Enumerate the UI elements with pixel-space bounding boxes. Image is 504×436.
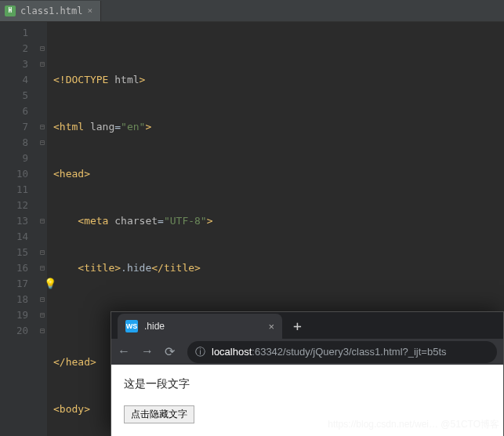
fold-marker: [38, 88, 47, 104]
lightbulb-icon[interactable]: 💡: [44, 276, 56, 292]
fold-marker: [38, 182, 47, 198]
line-number: 20: [0, 323, 28, 339]
info-icon[interactable]: ⓘ: [195, 345, 205, 359]
fold-marker: [38, 166, 47, 182]
line-number: 17: [0, 276, 28, 292]
address-bar[interactable]: ⓘ localhost:63342/study/jQuery3/class1.h…: [187, 341, 497, 363]
line-number: 1: [0, 25, 28, 41]
browser-tab-strip: WS .hide × +: [111, 312, 503, 339]
line-number: 18: [0, 292, 28, 307]
line-number: 3: [0, 56, 28, 72]
line-number: 2: [0, 41, 28, 56]
fold-marker[interactable]: ⊟: [38, 56, 47, 72]
line-number: 13: [0, 213, 28, 229]
line-number: 7: [0, 119, 28, 135]
fold-marker: [38, 72, 47, 88]
line-number-gutter: 1234567891011121314151617181920: [0, 22, 38, 436]
line-number: 6: [0, 104, 28, 119]
fold-marker[interactable]: ⊟: [38, 292, 47, 307]
fold-marker[interactable]: ⊟: [38, 41, 47, 56]
close-icon[interactable]: ×: [87, 5, 92, 16]
browser-tab[interactable]: WS .hide ×: [118, 314, 282, 339]
editor-tab-bar: H class1.html ×: [0, 0, 504, 22]
line-number: 5: [0, 88, 28, 104]
close-icon[interactable]: ×: [268, 321, 274, 332]
browser-toolbar: ← → ⟳ ⓘ localhost:63342/study/jQuery3/cl…: [111, 339, 503, 365]
page-paragraph: 这是一段文字: [124, 377, 491, 391]
fold-marker[interactable]: ⊟: [38, 119, 47, 135]
browser-window: WS .hide × + ← → ⟳ ⓘ localhost:63342/stu…: [111, 311, 504, 436]
fold-marker: [38, 198, 47, 213]
line-number: 15: [0, 245, 28, 260]
fold-marker[interactable]: ⊟: [38, 245, 47, 260]
line-number: 19: [0, 307, 28, 323]
file-tab[interactable]: H class1.html ×: [0, 1, 101, 21]
line-number: 9: [0, 151, 28, 166]
browser-viewport: 这是一段文字 点击隐藏文字: [111, 365, 503, 436]
fold-marker[interactable]: ⊟: [38, 260, 47, 276]
back-icon[interactable]: ←: [118, 344, 130, 359]
new-tab-button[interactable]: +: [282, 318, 313, 339]
line-number: 16: [0, 260, 28, 276]
line-number: 14: [0, 229, 28, 245]
browser-tab-title: .hide: [144, 321, 262, 332]
webstorm-icon: WS: [125, 320, 138, 332]
tab-filename: class1.html: [20, 5, 82, 16]
fold-marker: [38, 25, 47, 41]
fold-marker[interactable]: ⊟: [38, 135, 47, 151]
line-number: 10: [0, 166, 28, 182]
line-number: 11: [0, 182, 28, 198]
fold-marker[interactable]: ⊟: [38, 323, 47, 339]
fold-marker: [38, 229, 47, 245]
fold-marker: [38, 104, 47, 119]
fold-column: ⊟⊟⊟⊟⊟⊟⊟⊟⊟⊟: [38, 22, 47, 436]
fold-marker[interactable]: ⊟: [38, 307, 47, 323]
line-number: 12: [0, 198, 28, 213]
reload-icon[interactable]: ⟳: [165, 344, 175, 359]
forward-icon[interactable]: →: [141, 344, 154, 359]
line-number: 8: [0, 135, 28, 151]
fold-marker[interactable]: ⊟: [38, 213, 47, 229]
line-number: 4: [0, 72, 28, 88]
html-file-icon: H: [5, 5, 16, 16]
fold-marker: [38, 151, 47, 166]
hide-text-button[interactable]: 点击隐藏文字: [124, 405, 194, 423]
